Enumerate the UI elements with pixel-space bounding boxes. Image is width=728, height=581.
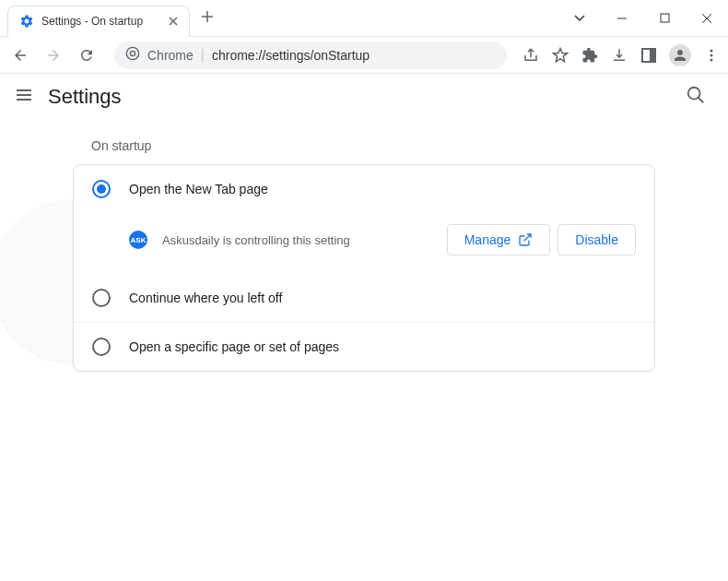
toolbar: Chrome | chrome://settings/onStartup: [0, 37, 728, 74]
maximize-button[interactable]: [643, 0, 686, 37]
svg-point-1: [126, 47, 138, 59]
option-new-tab[interactable]: Open the New Tab page: [74, 165, 654, 213]
svg-point-6: [710, 53, 713, 56]
hamburger-icon[interactable]: [15, 86, 33, 108]
omnibox-prefix: Chrome: [147, 48, 194, 63]
chevron-down-icon[interactable]: [558, 0, 601, 37]
panel-icon[interactable]: [640, 46, 658, 65]
share-icon[interactable]: [522, 46, 540, 65]
manage-button[interactable]: Manage: [447, 224, 551, 255]
disable-label: Disable: [575, 232, 618, 247]
settings-header: Settings: [0, 74, 728, 120]
option-label: Continue where you left off: [129, 290, 282, 305]
address-bar[interactable]: Chrome | chrome://settings/onStartup: [114, 42, 507, 69]
extensions-icon[interactable]: [581, 46, 599, 65]
gear-icon: [19, 14, 34, 29]
disable-button[interactable]: Disable: [558, 224, 636, 255]
extension-icon: ASK: [129, 231, 147, 249]
close-button[interactable]: [686, 0, 728, 37]
option-continue[interactable]: Continue where you left off: [74, 274, 654, 322]
startup-section: On startup Open the New Tab page ASK Ask…: [51, 138, 677, 372]
radio-button[interactable]: [92, 338, 111, 356]
back-button[interactable]: [7, 42, 33, 68]
section-title: On startup: [91, 138, 655, 153]
profile-avatar[interactable]: [669, 44, 691, 66]
svg-point-7: [710, 58, 713, 61]
reload-button[interactable]: [74, 42, 100, 68]
forward-button[interactable]: [41, 42, 66, 68]
minimize-button[interactable]: [601, 0, 643, 37]
tab-title: Settings - On startup: [41, 15, 143, 28]
content-area: Settings On startup Open the New Tab pag…: [0, 74, 728, 581]
omnibox-url: chrome://settings/onStartup: [212, 48, 370, 63]
option-label: Open the New Tab page: [129, 182, 268, 196]
menu-icon[interactable]: [702, 46, 721, 65]
option-specific[interactable]: Open a specific page or set of pages: [74, 322, 654, 371]
page-title: Settings: [48, 85, 686, 109]
window-controls: [558, 0, 728, 37]
extension-controlled-notice: ASK Askusdaily is controlling this setti…: [74, 213, 654, 274]
search-icon[interactable]: [686, 85, 706, 109]
new-tab-button[interactable]: [201, 8, 214, 28]
titlebar: Settings - On startup: [0, 0, 728, 37]
controlled-text: Askusdaily is controlling this setting: [162, 233, 447, 247]
download-icon[interactable]: [610, 46, 628, 65]
svg-rect-0: [661, 14, 669, 22]
options-card: Open the New Tab page ASK Askusdaily is …: [73, 164, 655, 372]
chrome-icon: [125, 46, 140, 65]
close-icon[interactable]: [169, 13, 178, 30]
radio-button[interactable]: [92, 289, 111, 307]
svg-rect-4: [650, 49, 655, 62]
svg-point-2: [130, 51, 135, 55]
external-link-icon: [518, 232, 533, 247]
star-icon[interactable]: [551, 46, 569, 65]
option-label: Open a specific page or set of pages: [129, 339, 339, 354]
omnibox-divider: |: [201, 47, 205, 64]
svg-point-5: [710, 49, 713, 52]
radio-button[interactable]: [92, 180, 111, 198]
browser-tab[interactable]: Settings - On startup: [7, 6, 190, 37]
svg-point-8: [688, 88, 700, 100]
manage-label: Manage: [464, 232, 511, 247]
